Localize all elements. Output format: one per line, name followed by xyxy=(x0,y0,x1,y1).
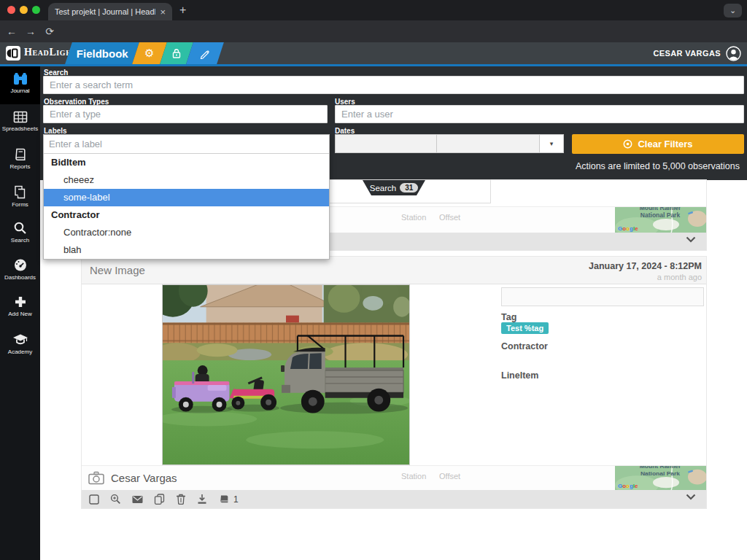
sidebar-item-search[interactable]: Search xyxy=(0,221,40,244)
graduation-cap-icon xyxy=(12,333,28,346)
screenshot-root: Test projekt | Journal | HeadLi × + ⌄ ← … xyxy=(0,0,747,560)
download-icon[interactable] xyxy=(197,494,207,505)
date-end-field[interactable] xyxy=(436,134,540,153)
browser-tab-bar: Test projekt | Journal | HeadLi × + ⌄ xyxy=(0,0,747,20)
observation-types-input[interactable] xyxy=(43,105,328,123)
attachment-count: 1 xyxy=(233,494,239,505)
map-label-line2: National Park xyxy=(640,211,681,219)
sidebar-item-label: Academy xyxy=(8,349,32,355)
page-count-icon[interactable] xyxy=(218,494,229,504)
browser-tab-title: Test projekt | Journal | HeadLi xyxy=(55,7,155,16)
reload-icon[interactable]: ⟳ xyxy=(42,24,58,39)
results-tab-search[interactable]: Search 31 xyxy=(363,180,425,195)
sidebar-item-label: Reports xyxy=(9,163,30,170)
lock-icon xyxy=(171,47,182,59)
zoom-in-icon[interactable] xyxy=(110,494,121,505)
pencil-icon xyxy=(199,47,211,59)
sidebar-item-add-new[interactable]: Add New xyxy=(0,295,40,317)
table-icon xyxy=(13,111,28,123)
sidebar-item-dashboards[interactable]: Dashboards xyxy=(0,258,40,281)
labels-dropdown: BidItem cheeez some-label Contractor Con… xyxy=(43,134,330,260)
headlight-logo-icon[interactable] xyxy=(6,46,20,61)
product-tab-fieldbook[interactable]: Fieldbook xyxy=(65,42,139,64)
select-checkbox[interactable] xyxy=(89,494,99,505)
clear-filters-label: Clear Filters xyxy=(638,139,692,149)
entry-actions-bar: 1 xyxy=(82,490,706,508)
google-attribution: Google xyxy=(618,225,638,232)
results-count-badge: 31 xyxy=(400,183,418,192)
entry-date: January 17, 2024 - 8:12PM xyxy=(589,261,702,271)
product-name: Fieldbook xyxy=(77,47,128,60)
window-minimize-button[interactable] xyxy=(20,6,28,14)
entry-relative-time: a month ago xyxy=(657,273,702,281)
labels-input[interactable] xyxy=(44,135,329,154)
location-map-thumbnail[interactable]: Mount Rainier National Park Google xyxy=(615,466,706,491)
sidebar-item-label: Forms xyxy=(12,201,28,208)
gear-icon: ⚙ xyxy=(144,47,154,60)
email-icon[interactable] xyxy=(132,495,143,504)
dropdown-option-selected[interactable]: some-label xyxy=(44,189,329,206)
book-icon xyxy=(13,148,27,161)
user-menu[interactable]: CESAR VARGAS xyxy=(653,42,741,64)
note-input[interactable] xyxy=(501,287,704,306)
station-label: Station xyxy=(401,213,426,222)
sidebar: Journal Spreadsheets Reports xyxy=(0,66,40,560)
new-tab-button[interactable]: + xyxy=(179,3,186,18)
tab-close-icon[interactable]: × xyxy=(160,7,166,17)
chevron-down-icon[interactable] xyxy=(686,494,696,500)
clear-filters-button[interactable]: Clear Filters xyxy=(572,134,744,154)
delete-icon[interactable] xyxy=(176,494,186,505)
date-range-dropdown-icon[interactable]: ▾ xyxy=(539,134,564,153)
sidebar-item-journal[interactable]: Journal xyxy=(0,66,40,104)
copy-icon[interactable] xyxy=(154,494,165,505)
sidebar-item-label: Add New xyxy=(8,311,31,317)
location-map-thumbnail[interactable]: Mount Rainier National Park Google xyxy=(615,207,706,233)
lineitem-label: LineItem xyxy=(501,370,538,381)
user-name: CESAR VARGAS xyxy=(653,49,721,58)
sidebar-item-spreadsheets[interactable]: Spreadsheets xyxy=(0,111,40,132)
window-zoom-button[interactable] xyxy=(32,6,40,14)
tag-label: Tag xyxy=(501,312,516,322)
dropdown-option[interactable]: cheeez xyxy=(44,171,329,189)
dropdown-group-header: Contractor xyxy=(44,206,329,224)
date-start-field[interactable] xyxy=(335,134,437,153)
gauge-icon xyxy=(13,258,28,272)
dropdown-option[interactable]: Contractor:none xyxy=(44,224,329,241)
entry-photo[interactable] xyxy=(162,284,410,465)
window-close-button[interactable] xyxy=(7,6,15,14)
map-label-line2: National Park xyxy=(640,470,681,477)
map-label-line1: Mount Rainier xyxy=(640,466,681,470)
observation-entry: New Image January 17, 2024 - 8:12PM a mo… xyxy=(82,257,706,508)
dropdown-group-header: BidItem xyxy=(44,154,329,171)
entry-header: New Image January 17, 2024 - 8:12PM a mo… xyxy=(82,257,706,284)
browser-toolbar: ← → ⟳ fieldbook.qa.headlight.com/#/proje… xyxy=(0,20,747,42)
sidebar-item-reports[interactable]: Reports xyxy=(0,148,40,170)
entry-title: New Image xyxy=(90,264,145,276)
sidebar-item-forms[interactable]: Forms xyxy=(0,185,40,208)
browser-tab[interactable]: Test projekt | Journal | HeadLi × xyxy=(48,3,172,20)
target-icon xyxy=(623,139,632,149)
sidebar-item-label: Search xyxy=(11,237,29,244)
google-attribution: Google xyxy=(618,483,638,489)
entry-author: Cesar Vargas xyxy=(111,472,177,484)
sidebar-item-academy[interactable]: Academy xyxy=(0,333,40,355)
back-icon[interactable]: ← xyxy=(4,24,20,39)
app-header: HeadLight Fieldbook ⚙ CESAR VARGAS xyxy=(0,42,747,66)
results-tab-label: Search xyxy=(370,184,396,192)
offset-label: Offset xyxy=(439,213,460,222)
station-label: Station xyxy=(401,472,426,481)
forward-icon[interactable]: → xyxy=(23,24,39,39)
chevron-down-icon[interactable] xyxy=(686,236,696,243)
dropdown-option[interactable]: blah xyxy=(44,241,329,259)
tab-overview-icon[interactable]: ⌄ xyxy=(724,4,742,18)
users-input[interactable] xyxy=(335,105,744,123)
edit-chip[interactable] xyxy=(186,42,224,64)
offset-label: Offset xyxy=(439,472,460,481)
sidebar-item-label: Journal xyxy=(10,88,29,94)
entry-author-row: Cesar Vargas Station Offset Mount Rainie… xyxy=(82,465,706,491)
search-input[interactable] xyxy=(43,76,744,94)
entry-body: Tag Test %tag Contractor LineItem xyxy=(82,284,706,465)
tag-badge[interactable]: Test %tag xyxy=(501,322,549,334)
binoculars-icon xyxy=(12,72,28,85)
sidebar-item-label: Dashboards xyxy=(4,274,36,281)
